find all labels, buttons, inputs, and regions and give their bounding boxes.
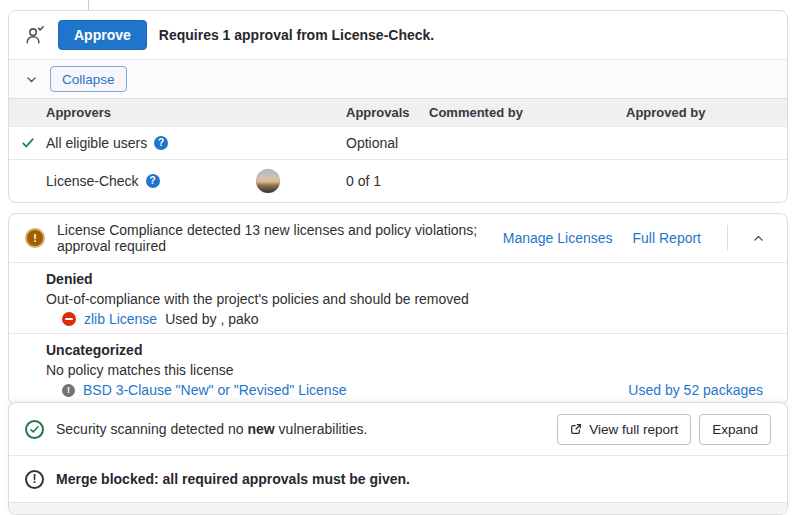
approvals-panel: Approve Requires 1 approval from License… <box>8 10 788 203</box>
approval-requirement-text: Requires 1 approval from License-Check. <box>159 27 434 43</box>
question-icon[interactable]: ? <box>146 174 160 188</box>
success-check-icon <box>25 420 44 439</box>
collapse-row: Collapse <box>9 59 787 98</box>
license-used-by-text: Used by , pako <box>165 309 258 329</box>
header-approvals: Approvals <box>346 105 429 120</box>
license-link[interactable]: BSD 3-Clause "New" or "Revised" License <box>83 380 346 400</box>
approver-name: License-Check <box>46 173 139 189</box>
external-link-icon <box>570 423 582 435</box>
manage-licenses-link[interactable]: Manage Licenses <box>503 230 613 246</box>
used-by-link[interactable]: Used by 52 packages <box>628 380 763 400</box>
license-item-zlib: zlib License Used by , pako <box>46 309 763 329</box>
license-compliance-summary: License Compliance detected 13 new licen… <box>57 222 491 254</box>
header-approved-by: Approved by <box>626 105 787 120</box>
chevron-down-icon[interactable] <box>25 73 38 86</box>
chevron-up-icon <box>752 232 765 245</box>
warning-icon: ! <box>25 228 45 248</box>
license-compliance-header: ! License Compliance detected 13 new lic… <box>9 214 787 263</box>
approver-name: All eligible users <box>46 135 147 151</box>
denied-title: Denied <box>46 269 763 289</box>
approve-button[interactable]: Approve <box>58 20 147 50</box>
approve-row: Approve Requires 1 approval from License… <box>9 11 787 59</box>
alert-icon: ! <box>25 470 44 489</box>
timeline-remnant-line <box>88 0 89 10</box>
header-commented-by: Commented by <box>429 105 626 120</box>
full-report-link[interactable]: Full Report <box>633 230 701 246</box>
table-row-license-check: License-Check ? 0 of 1 <box>9 159 787 202</box>
table-row-all-eligible-users: All eligible users ? Optional <box>9 126 787 159</box>
merge-blocked-row: ! Merge blocked: all required approvals … <box>9 455 787 502</box>
license-compliance-panel: ! License Compliance detected 13 new lic… <box>8 213 788 405</box>
denied-description: Out-of-compliance with the project's pol… <box>46 289 763 309</box>
collapse-section-button[interactable] <box>746 228 771 249</box>
security-message: Security scanning detected no new vulner… <box>56 421 367 437</box>
expand-button[interactable]: Expand <box>699 414 771 445</box>
uncategorized-description: No policy matches this license <box>46 360 763 380</box>
collapse-button[interactable]: Collapse <box>50 66 127 92</box>
question-icon[interactable]: ? <box>154 136 168 150</box>
denied-licenses-block: Denied Out-of-compliance with the projec… <box>9 263 787 333</box>
approvers-table-header: Approvers Approvals Commented by Approve… <box>9 98 787 126</box>
merge-readiness-panel: Security scanning detected no new vulner… <box>8 402 788 515</box>
check-icon <box>21 136 46 150</box>
view-full-report-button[interactable]: View full report <box>557 414 691 445</box>
approver-avatar[interactable] <box>256 169 280 193</box>
approval-user-check-icon <box>23 24 46 47</box>
vertical-divider <box>727 225 728 251</box>
approvals-value: Optional <box>346 135 429 151</box>
license-link[interactable]: zlib License <box>84 309 157 329</box>
merge-blocked-message: Merge blocked: all required approvals mu… <box>56 471 410 487</box>
denied-icon <box>62 312 76 326</box>
info-icon: ! <box>62 384 75 397</box>
approvals-value: 0 of 1 <box>346 173 429 189</box>
panel-footer-strip <box>9 502 787 514</box>
uncategorized-title: Uncategorized <box>46 340 763 360</box>
security-report-row: Security scanning detected no new vulner… <box>9 403 787 455</box>
header-approvers: Approvers <box>46 105 346 120</box>
license-item-bsd: ! BSD 3-Clause "New" or "Revised" Licens… <box>46 380 763 400</box>
uncategorized-licenses-block: Uncategorized No policy matches this lic… <box>9 333 787 405</box>
